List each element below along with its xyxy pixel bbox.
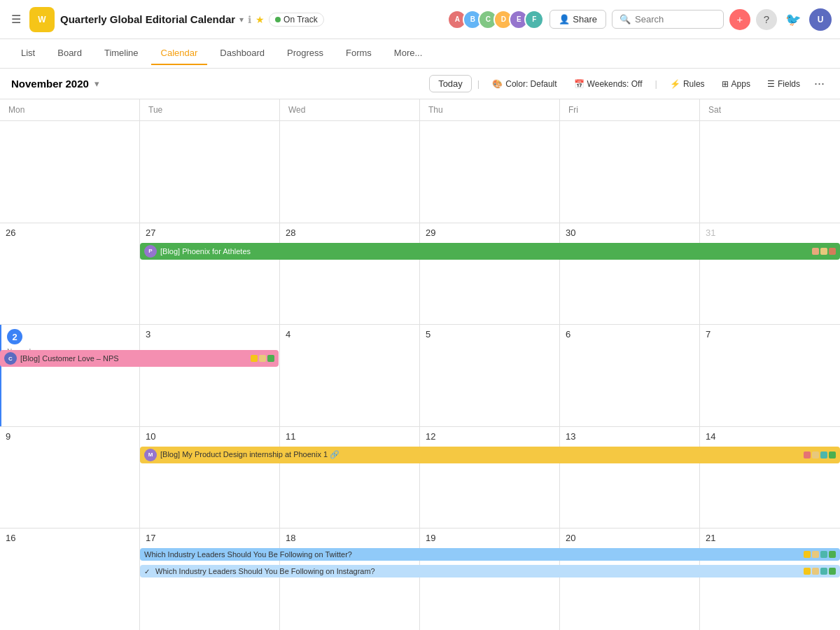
- day-number: 10: [146, 431, 155, 442]
- share-button[interactable]: 👤 Share: [550, 10, 606, 29]
- cal-cell[interactable]: [0, 121, 140, 223]
- cal-cell-16[interactable]: 16: [0, 528, 140, 630]
- day-number: 26: [6, 227, 15, 238]
- event-customer-love[interactable]: C [Blog] Customer Love – NPS: [0, 350, 279, 367]
- cal-cell[interactable]: [560, 121, 700, 223]
- cal-cell-9[interactable]: 9: [0, 427, 140, 528]
- fields-label: Fields: [778, 79, 800, 89]
- rules-button[interactable]: ⚡ Rules: [663, 76, 712, 92]
- event-avatar: M: [144, 449, 157, 461]
- cal-cell-31[interactable]: 31: [700, 223, 840, 325]
- search-box[interactable]: 🔍: [612, 10, 724, 29]
- cal-cell[interactable]: [420, 121, 560, 223]
- today-button[interactable]: Today: [429, 75, 472, 92]
- search-icon: 🔍: [620, 14, 631, 24]
- tab-more[interactable]: More...: [384, 42, 432, 65]
- apps-icon: ⊞: [722, 79, 729, 89]
- cal-cell-29[interactable]: 29: [420, 223, 560, 325]
- tab-list[interactable]: List: [11, 42, 45, 65]
- cal-cell[interactable]: [700, 121, 840, 223]
- priority-dot: [251, 355, 258, 362]
- event-dots: [804, 551, 836, 558]
- priority-dot: [267, 355, 274, 362]
- day-number: 17: [146, 533, 155, 543]
- star-icon[interactable]: ★: [255, 14, 265, 25]
- help-button[interactable]: ?: [756, 9, 777, 30]
- rules-icon: ⚡: [670, 79, 680, 89]
- notifications-icon[interactable]: 🐦: [783, 9, 804, 30]
- cal-cell-4[interactable]: 4: [280, 325, 420, 426]
- day-header-tue: Tue: [140, 99, 280, 120]
- cal-cell-7[interactable]: 7: [700, 325, 840, 426]
- priority-dot: [812, 451, 819, 458]
- avatar[interactable]: F: [524, 10, 544, 29]
- priority-dot: [829, 248, 836, 255]
- event-dots: [251, 355, 274, 362]
- cal-cell-28[interactable]: 28: [280, 223, 420, 325]
- cal-cell-21[interactable]: 21: [700, 528, 840, 630]
- tab-timeline[interactable]: Timeline: [94, 42, 148, 65]
- cal-cell-11[interactable]: 11: [280, 427, 420, 528]
- event-instagram[interactable]: ✓ Which Industry Leaders Should You Be F…: [140, 565, 840, 578]
- month-label: November 2020: [11, 78, 89, 90]
- cal-cell-nov2[interactable]: 2 November: [0, 325, 140, 426]
- tab-dashboard[interactable]: Dashboard: [210, 42, 274, 65]
- event-product-design[interactable]: M [Blog] My Product Design internship at…: [140, 447, 840, 463]
- day-number: 12: [426, 431, 435, 442]
- user-avatar[interactable]: U: [809, 8, 832, 31]
- menu-icon[interactable]: ☰: [8, 10, 24, 29]
- app-logo: W: [29, 7, 55, 32]
- cal-cell-19[interactable]: 19: [420, 528, 560, 630]
- day-number: 13: [566, 431, 575, 442]
- apps-button[interactable]: ⊞ Apps: [715, 76, 757, 92]
- info-icon[interactable]: ℹ: [248, 14, 251, 25]
- weekends-label: Weekends: Off: [587, 79, 643, 89]
- cal-cell-14[interactable]: 14: [700, 427, 840, 528]
- priority-dot: [804, 568, 811, 575]
- priority-dot: [812, 551, 819, 558]
- weekends-button[interactable]: 📅 Weekends: Off: [567, 76, 650, 92]
- tab-calendar[interactable]: Calendar: [151, 42, 208, 65]
- cal-cell[interactable]: [280, 121, 420, 223]
- share-icon: 👤: [559, 14, 570, 24]
- cal-cell-12[interactable]: 12: [420, 427, 560, 528]
- fields-icon: ☰: [767, 79, 775, 89]
- calendar-week-4: 9 10 11 12 13 14 M [Blog] My Product Des…: [0, 427, 840, 529]
- cal-cell-27[interactable]: 27: [140, 223, 280, 325]
- cal-cell-20[interactable]: 20: [560, 528, 700, 630]
- tabs-bar: List Board Timeline Calendar Dashboard P…: [0, 39, 840, 69]
- event-title: Which Industry Leaders Should You Be Fol…: [144, 550, 800, 559]
- cal-cell[interactable]: [140, 121, 280, 223]
- day-number: 5: [426, 329, 430, 340]
- event-phoenix-athletes[interactable]: P [Blog] Phoenix for Athletes: [140, 243, 840, 260]
- month-caret-icon[interactable]: ▾: [94, 78, 99, 89]
- more-options-button[interactable]: ···: [810, 75, 829, 92]
- color-button[interactable]: 🎨 Color: Default: [485, 76, 564, 92]
- nav-right: A B C D E F 👤 Share 🔍 + ? 🐦 U: [447, 8, 832, 31]
- cal-cell-6[interactable]: 6: [560, 325, 700, 426]
- cal-cell-26[interactable]: 26: [0, 223, 140, 325]
- cal-cell-13[interactable]: 13: [560, 427, 700, 528]
- cal-cell-10[interactable]: 10: [140, 427, 280, 528]
- cal-cell-18[interactable]: 18: [280, 528, 420, 630]
- cal-cell-30[interactable]: 30: [560, 223, 700, 325]
- event-twitter[interactable]: Which Industry Leaders Should You Be Fol…: [140, 548, 840, 561]
- add-button[interactable]: +: [729, 9, 750, 30]
- day-number: 6: [566, 329, 570, 340]
- event-dots: [804, 568, 836, 575]
- status-badge[interactable]: On Track: [269, 13, 324, 27]
- tab-board[interactable]: Board: [48, 42, 92, 65]
- cal-cell-17[interactable]: 17: [140, 528, 280, 630]
- fields-button[interactable]: ☰ Fields: [760, 76, 807, 92]
- event-title: [Blog] Phoenix for Athletes: [160, 247, 808, 255]
- tab-progress[interactable]: Progress: [277, 42, 333, 65]
- event-title: [Blog] My Product Design internship at P…: [160, 450, 800, 459]
- project-title: Quarterly Global Editorial Calendar: [60, 13, 235, 25]
- cal-cell-3[interactable]: 3: [140, 325, 280, 426]
- title-caret-icon[interactable]: ▾: [239, 15, 244, 24]
- tab-forms[interactable]: Forms: [336, 42, 382, 65]
- search-input[interactable]: [635, 14, 716, 24]
- status-dot-icon: [275, 17, 281, 22]
- day-number: 9: [6, 431, 10, 442]
- cal-cell-5[interactable]: 5: [420, 325, 560, 426]
